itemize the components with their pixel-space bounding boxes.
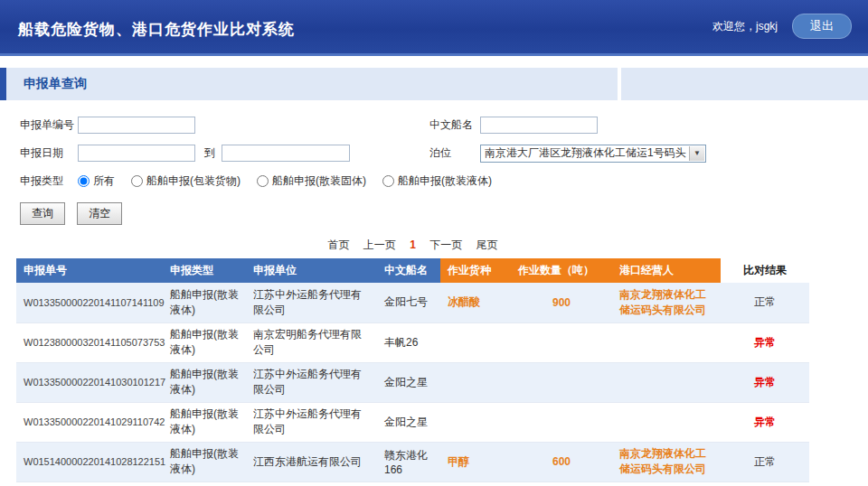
cell-operator (612, 322, 721, 362)
cell-ship-name: 金阳之星 (377, 402, 440, 442)
cell-qty (511, 322, 612, 362)
header-declaration-no: 申报单号 (16, 258, 163, 283)
cell-declare-type: 船舶申报(散装液体) (163, 442, 246, 481)
cell-declare-unit: 江苏中外运船务代理有限公司 (246, 283, 377, 322)
logout-button[interactable]: 退出 (792, 14, 852, 39)
cell-ship-name: 金阳之星 (377, 362, 440, 402)
section-band: 申报单查询 (0, 68, 868, 100)
header-user-area: 欢迎您，jsgkj 退出 (712, 14, 852, 39)
cell-ship-name: 金阳七号 (377, 283, 440, 322)
table-header-row: 申报单号 申报类型 申报单位 中文船名 作业货种 作业数量（吨） 港口经营人 比… (16, 258, 809, 283)
cell-declare-type: 船舶申报(散装液体) (163, 322, 246, 362)
cell-result: 正常 (721, 442, 809, 481)
cell-operator: 南京龙翔液体化工储运码头有限公司 (612, 442, 721, 481)
page-current: 1 (410, 238, 416, 251)
radio-packaged-label: 船舶申报(包装货物) (146, 173, 241, 189)
header-operator: 港口经营人 (612, 258, 721, 283)
berth-select[interactable]: 南京港大厂港区龙翔液体化工储运1号码头 ▼ (480, 145, 706, 163)
berth-selected-value: 南京港大厂港区龙翔液体化工储运1号码头 (481, 145, 687, 161)
page-title: 申报单查询 (24, 76, 87, 92)
clear-button[interactable]: 清空 (77, 202, 122, 225)
cell-result: 异常 (721, 322, 809, 362)
ship-name-group: 中文船名 (429, 117, 598, 134)
ship-name-input[interactable] (480, 117, 598, 134)
cell-cargo: 冰醋酸 (440, 283, 511, 322)
berth-group: 泊位 南京港大厂港区龙翔液体化工储运1号码头 ▼ (429, 145, 706, 163)
cell-qty: 900 (511, 283, 612, 322)
cell-declaration-no: W013350000220141107141109 (16, 283, 163, 322)
cell-result: 正常 (721, 283, 809, 322)
form-row-2: 申报日期 到 泊位 南京港大厂港区龙翔液体化工储运1号码头 ▼ (0, 139, 868, 167)
cell-cargo: 甲醇 (440, 442, 511, 481)
radio-bulk-liquid-input[interactable] (382, 175, 394, 187)
cell-declare-unit: 南京宏明船务代理有限公司 (246, 322, 377, 362)
radio-packaged[interactable]: 船舶申报(包装货物) (131, 173, 241, 189)
date-to-input[interactable] (222, 145, 350, 162)
band-divider (618, 68, 621, 100)
table-row: W013350000220141107141109 船舶申报(散装液体) 江苏中… (16, 283, 809, 322)
date-to-label: 到 (204, 145, 215, 161)
cell-declare-unit: 江西东港航运有限公司 (246, 442, 377, 481)
radio-bulk-liquid-label: 船舶申报(散装液体) (398, 173, 492, 189)
results-table: 申报单号 申报类型 申报单位 中文船名 作业货种 作业数量（吨） 港口经营人 比… (16, 258, 809, 482)
declare-type-label: 申报类型 (20, 173, 78, 189)
cell-cargo (440, 402, 511, 442)
declaration-no-input[interactable] (78, 117, 195, 134)
cell-declare-type: 船舶申报(散装液体) (163, 283, 246, 322)
declare-date-label: 申报日期 (20, 145, 78, 161)
header-qty: 作业数量（吨） (511, 258, 612, 283)
cell-declaration-no: W015140000220141028122151 (16, 442, 163, 481)
cell-ship-name: 丰帆26 (377, 322, 440, 362)
app-title: 船载危险货物、港口危货作业比对系统 (18, 19, 295, 40)
cell-ship-name: 赣东港化166 (377, 442, 440, 481)
page-next[interactable]: 下一页 (429, 238, 462, 251)
cell-declaration-no: W013350000220141030101217 (16, 362, 163, 402)
header-result: 比对结果 (721, 258, 809, 283)
radio-bulk-liquid[interactable]: 船舶申报(散装液体) (382, 173, 492, 189)
query-form: 申报单编号 中文船名 申报日期 到 泊位 南京港大厂港区龙翔液体化工储运1号码头… (0, 100, 868, 229)
radio-bulk-solid[interactable]: 船舶申报(散装固体) (257, 173, 366, 189)
query-button[interactable]: 查询 (20, 202, 65, 225)
header-cargo: 作业货种 (440, 258, 511, 283)
band-accent-block (0, 68, 6, 100)
form-buttons: 查询 清空 (0, 195, 868, 229)
radio-packaged-input[interactable] (131, 175, 143, 187)
cell-result: 异常 (721, 362, 809, 402)
page-first[interactable]: 首页 (327, 238, 349, 251)
app-header: 船载危险货物、港口危货作业比对系统 欢迎您，jsgkj 退出 (0, 0, 868, 56)
cell-declare-unit: 江苏中外运船务代理有限公司 (246, 362, 377, 402)
page-prev[interactable]: 上一页 (363, 238, 396, 251)
cell-declaration-no: W013350000220141029110742 (16, 402, 163, 442)
form-row-1: 申报单编号 中文船名 (0, 111, 868, 139)
cell-declare-type: 船舶申报(散装液体) (163, 402, 246, 442)
header-declare-unit: 申报单位 (246, 258, 377, 283)
table-row: W013350000220141030101217 船舶申报(散装液体) 江苏中… (16, 362, 809, 402)
cell-declare-unit: 江苏中外运船务代理有限公司 (246, 402, 377, 442)
radio-all-input[interactable] (78, 175, 90, 187)
table-row: W013350000220141029110742 船舶申报(散装液体) 江苏中… (16, 402, 809, 442)
declaration-no-label: 申报单编号 (20, 117, 78, 133)
chevron-down-icon: ▼ (689, 146, 704, 161)
table-row: W012380000320141105073753 船舶申报(散装液体) 南京宏… (16, 322, 809, 362)
pagination: 首页 上一页 1 下一页 尾页 (16, 238, 809, 253)
cell-result: 异常 (721, 402, 809, 442)
cell-qty: 600 (511, 442, 612, 481)
ship-name-label: 中文船名 (429, 117, 480, 133)
cell-operator (612, 402, 721, 442)
page-last[interactable]: 尾页 (476, 238, 498, 251)
header-declare-type: 申报类型 (163, 258, 246, 283)
berth-label: 泊位 (429, 145, 480, 161)
form-row-3: 申报类型 所有 船舶申报(包装货物) 船舶申报(散装固体) 船舶申报(散装液体) (0, 167, 868, 195)
welcome-text: 欢迎您，jsgkj (712, 19, 778, 34)
radio-all-label: 所有 (93, 173, 115, 189)
table-row: W015140000220141028122151 船舶申报(散装液体) 江西东… (16, 442, 809, 481)
cell-qty (511, 362, 612, 402)
cell-cargo (440, 362, 511, 402)
radio-bulk-solid-input[interactable] (257, 175, 269, 187)
cell-declare-type: 船舶申报(散装液体) (163, 362, 246, 402)
cell-operator: 南京龙翔液体化工储运码头有限公司 (612, 283, 721, 322)
radio-bulk-solid-label: 船舶申报(散装固体) (272, 173, 366, 189)
cell-declaration-no: W012380000320141105073753 (16, 322, 163, 362)
date-from-input[interactable] (78, 145, 195, 162)
radio-all[interactable]: 所有 (78, 173, 115, 189)
